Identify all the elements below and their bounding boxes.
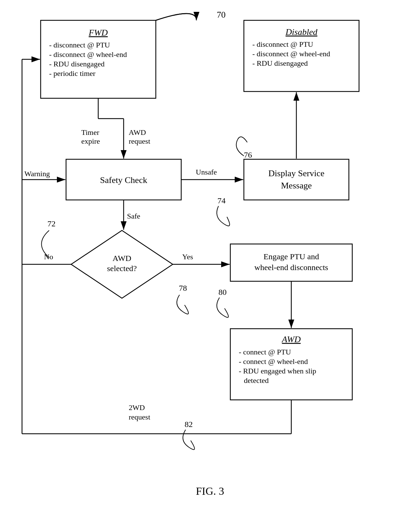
fwd-line4: - periodic timer (49, 69, 96, 78)
label-warning: Warning (24, 169, 50, 178)
label-awd-request-top: AWD (129, 128, 146, 137)
display-service-line2: Message (281, 181, 312, 190)
label-80: 80 (218, 288, 227, 297)
awd-state-title: AWD (281, 334, 301, 344)
label-82: 82 (185, 420, 193, 429)
label-76: 76 (244, 150, 252, 159)
label-74: 74 (217, 196, 226, 205)
diagram-container: FWD - disconnect @ PTU - disconnect @ wh… (0, 0, 420, 510)
engage-ptu-box (230, 244, 352, 281)
label-safe: Safe (127, 212, 140, 220)
fig-caption: FIG. 3 (196, 485, 224, 497)
awd-diamond-line1: AWD (112, 254, 131, 263)
label-awd-request-top2: request (129, 137, 150, 145)
disabled-line2: - disconnect @ wheel-end (252, 49, 330, 58)
fwd-title: FWD (88, 28, 108, 38)
fwd-line2: - disconnect @ wheel-end (49, 50, 127, 59)
label-70: 70 (217, 10, 226, 20)
label-2wd-request2: request (129, 413, 150, 421)
awd-state-line4: detected (244, 376, 269, 385)
label-unsafe: Unsafe (196, 168, 217, 176)
label-2wd-request: 2WD (129, 403, 145, 412)
label-timer-expire2: expire (81, 137, 100, 145)
awd-state-line3: - RDU engaged when slip (239, 367, 316, 375)
label-yes: Yes (182, 252, 193, 261)
label-no: No (44, 252, 53, 261)
display-service-box (244, 159, 349, 200)
disabled-line1: - disconnect @ PTU (252, 40, 313, 48)
fwd-line1: - disconnect @ PTU (49, 41, 110, 49)
fwd-line3: - RDU disengaged (49, 60, 105, 68)
awd-state-line1: - connect @ PTU (239, 348, 291, 356)
label-timer-expire: Timer (81, 128, 100, 137)
disabled-title: Disabled (285, 27, 318, 37)
awd-diamond-line2: selected? (107, 264, 137, 273)
label-78: 78 (179, 284, 187, 292)
engage-ptu-line1: Engage PTU and (264, 252, 319, 261)
label-72: 72 (47, 219, 56, 228)
display-service-line1: Display Service (268, 168, 324, 178)
safety-check-label: Safety Check (100, 175, 147, 185)
disabled-line3: - RDU disengaged (252, 59, 308, 67)
awd-state-line2: - connect @ wheel-end (239, 357, 308, 366)
engage-ptu-line2: wheel-end disconnects (254, 263, 328, 272)
